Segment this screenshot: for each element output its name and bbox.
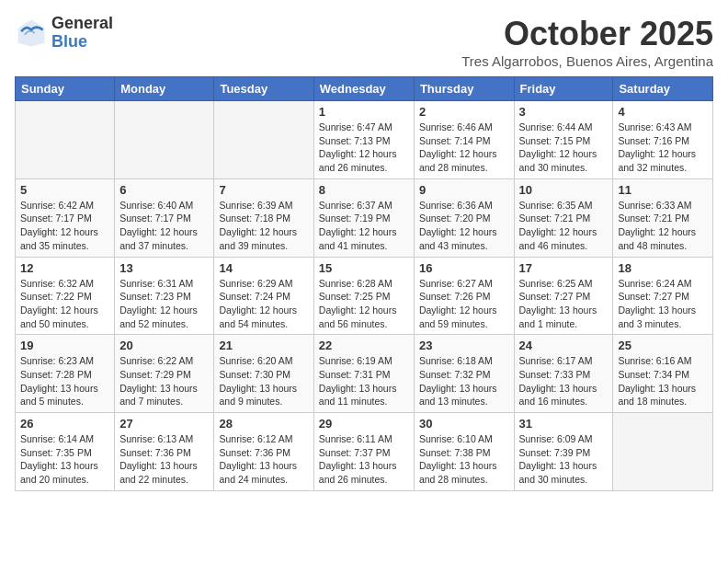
calendar-cell: 4Sunrise: 6:43 AM Sunset: 7:16 PM Daylig…: [613, 101, 713, 179]
calendar-cell: 7Sunrise: 6:39 AM Sunset: 7:18 PM Daylig…: [214, 178, 313, 257]
calendar-cell: 14Sunrise: 6:29 AM Sunset: 7:24 PM Dayli…: [214, 257, 313, 335]
calendar-cell: 24Sunrise: 6:17 AM Sunset: 7:33 PM Dayli…: [514, 335, 613, 413]
day-info: Sunrise: 6:12 AM Sunset: 7:36 PM Dayligh…: [219, 432, 308, 487]
day-info: Sunrise: 6:35 AM Sunset: 7:21 PM Dayligh…: [519, 199, 609, 253]
day-info: Sunrise: 6:23 AM Sunset: 7:28 PM Dayligh…: [20, 354, 109, 408]
day-number: 22: [319, 339, 409, 352]
calendar-cell: 19Sunrise: 6:23 AM Sunset: 7:28 PM Dayli…: [16, 335, 115, 413]
logo-blue: Blue: [51, 33, 113, 52]
day-number: 28: [219, 417, 308, 431]
calendar-cell: [115, 101, 214, 179]
calendar-cell: 27Sunrise: 6:13 AM Sunset: 7:36 PM Dayli…: [115, 413, 214, 491]
calendar-header-tuesday: Tuesday: [214, 77, 313, 101]
day-number: 6: [119, 183, 209, 197]
calendar-cell: [16, 101, 115, 179]
calendar-cell: 8Sunrise: 6:37 AM Sunset: 7:19 PM Daylig…: [313, 178, 414, 257]
calendar-header-saturday: Saturday: [613, 77, 713, 101]
day-number: 26: [20, 417, 109, 431]
logo-icon: [15, 17, 48, 50]
day-info: Sunrise: 6:17 AM Sunset: 7:33 PM Dayligh…: [519, 354, 609, 408]
day-info: Sunrise: 6:24 AM Sunset: 7:27 PM Dayligh…: [618, 277, 708, 331]
day-info: Sunrise: 6:47 AM Sunset: 7:13 PM Dayligh…: [319, 121, 409, 175]
calendar-header-thursday: Thursday: [414, 77, 514, 101]
day-number: 17: [519, 261, 609, 275]
day-number: 21: [219, 339, 308, 352]
calendar-cell: 1Sunrise: 6:47 AM Sunset: 7:13 PM Daylig…: [313, 101, 414, 179]
day-number: 7: [219, 183, 308, 197]
calendar-cell: 28Sunrise: 6:12 AM Sunset: 7:36 PM Dayli…: [214, 413, 313, 491]
day-number: 25: [618, 339, 708, 352]
day-info: Sunrise: 6:20 AM Sunset: 7:30 PM Dayligh…: [219, 354, 308, 408]
calendar-header-row: SundayMondayTuesdayWednesdayThursdayFrid…: [16, 77, 713, 101]
day-info: Sunrise: 6:10 AM Sunset: 7:38 PM Dayligh…: [419, 432, 509, 487]
calendar-cell: 29Sunrise: 6:11 AM Sunset: 7:37 PM Dayli…: [313, 413, 414, 491]
day-number: 13: [119, 261, 209, 275]
day-number: 1: [319, 105, 409, 119]
day-info: Sunrise: 6:13 AM Sunset: 7:36 PM Dayligh…: [119, 432, 209, 487]
calendar-cell: 17Sunrise: 6:25 AM Sunset: 7:27 PM Dayli…: [514, 257, 613, 335]
day-info: Sunrise: 6:14 AM Sunset: 7:35 PM Dayligh…: [20, 432, 109, 487]
day-number: 27: [119, 417, 209, 431]
day-info: Sunrise: 6:09 AM Sunset: 7:39 PM Dayligh…: [519, 432, 609, 487]
calendar-cell: 15Sunrise: 6:28 AM Sunset: 7:25 PM Dayli…: [313, 257, 414, 335]
day-info: Sunrise: 6:44 AM Sunset: 7:15 PM Dayligh…: [519, 121, 609, 175]
calendar-cell: 23Sunrise: 6:18 AM Sunset: 7:32 PM Dayli…: [414, 335, 514, 413]
day-info: Sunrise: 6:33 AM Sunset: 7:21 PM Dayligh…: [618, 199, 708, 253]
calendar-header-sunday: Sunday: [16, 77, 115, 101]
month-title: October 2025: [461, 15, 713, 53]
day-number: 9: [419, 183, 509, 197]
calendar-table: SundayMondayTuesdayWednesdayThursdayFrid…: [15, 76, 713, 491]
calendar-cell: 31Sunrise: 6:09 AM Sunset: 7:39 PM Dayli…: [514, 413, 613, 491]
day-info: Sunrise: 6:29 AM Sunset: 7:24 PM Dayligh…: [219, 277, 308, 331]
day-number: 14: [219, 261, 308, 275]
day-number: 4: [618, 105, 708, 119]
day-number: 29: [319, 417, 409, 431]
calendar-cell: 18Sunrise: 6:24 AM Sunset: 7:27 PM Dayli…: [613, 257, 713, 335]
calendar-cell: 6Sunrise: 6:40 AM Sunset: 7:17 PM Daylig…: [115, 178, 214, 257]
day-number: 19: [20, 339, 109, 352]
day-number: 10: [519, 183, 609, 197]
day-number: 8: [319, 183, 409, 197]
day-number: 18: [618, 261, 708, 275]
day-info: Sunrise: 6:37 AM Sunset: 7:19 PM Dayligh…: [319, 199, 409, 253]
day-number: 20: [119, 339, 209, 352]
calendar-cell: [214, 101, 313, 179]
day-number: 12: [20, 261, 109, 275]
day-info: Sunrise: 6:43 AM Sunset: 7:16 PM Dayligh…: [618, 121, 708, 175]
calendar-cell: 2Sunrise: 6:46 AM Sunset: 7:14 PM Daylig…: [414, 101, 514, 179]
title-area: October 2025 Tres Algarrobos, Buenos Air…: [461, 15, 713, 69]
day-info: Sunrise: 6:25 AM Sunset: 7:27 PM Dayligh…: [519, 277, 609, 331]
day-info: Sunrise: 6:36 AM Sunset: 7:20 PM Dayligh…: [419, 199, 509, 253]
day-number: 5: [20, 183, 109, 197]
day-info: Sunrise: 6:27 AM Sunset: 7:26 PM Dayligh…: [419, 277, 509, 331]
day-info: Sunrise: 6:32 AM Sunset: 7:22 PM Dayligh…: [20, 277, 109, 331]
logo-general: General: [51, 15, 113, 33]
calendar-week-row: 26Sunrise: 6:14 AM Sunset: 7:35 PM Dayli…: [16, 413, 713, 491]
day-info: Sunrise: 6:31 AM Sunset: 7:23 PM Dayligh…: [119, 277, 209, 331]
day-number: 11: [618, 183, 708, 197]
calendar-header-monday: Monday: [115, 77, 214, 101]
logo-text: General Blue: [51, 15, 113, 52]
day-info: Sunrise: 6:22 AM Sunset: 7:29 PM Dayligh…: [119, 354, 209, 408]
day-number: 30: [419, 417, 509, 431]
day-number: 2: [419, 105, 509, 119]
calendar-cell: 10Sunrise: 6:35 AM Sunset: 7:21 PM Dayli…: [514, 178, 613, 257]
day-info: Sunrise: 6:18 AM Sunset: 7:32 PM Dayligh…: [419, 354, 509, 408]
calendar-cell: 25Sunrise: 6:16 AM Sunset: 7:34 PM Dayli…: [613, 335, 713, 413]
day-number: 3: [519, 105, 609, 119]
calendar-week-row: 5Sunrise: 6:42 AM Sunset: 7:17 PM Daylig…: [16, 178, 713, 257]
day-info: Sunrise: 6:46 AM Sunset: 7:14 PM Dayligh…: [419, 121, 509, 175]
calendar-cell: [613, 413, 713, 491]
calendar-cell: 9Sunrise: 6:36 AM Sunset: 7:20 PM Daylig…: [414, 178, 514, 257]
day-info: Sunrise: 6:19 AM Sunset: 7:31 PM Dayligh…: [319, 354, 409, 408]
calendar-cell: 30Sunrise: 6:10 AM Sunset: 7:38 PM Dayli…: [414, 413, 514, 491]
calendar-cell: 21Sunrise: 6:20 AM Sunset: 7:30 PM Dayli…: [214, 335, 313, 413]
day-number: 16: [419, 261, 509, 275]
calendar-cell: 11Sunrise: 6:33 AM Sunset: 7:21 PM Dayli…: [613, 178, 713, 257]
calendar-week-row: 19Sunrise: 6:23 AM Sunset: 7:28 PM Dayli…: [16, 335, 713, 413]
calendar-cell: 13Sunrise: 6:31 AM Sunset: 7:23 PM Dayli…: [115, 257, 214, 335]
calendar-header-wednesday: Wednesday: [313, 77, 414, 101]
calendar-cell: 26Sunrise: 6:14 AM Sunset: 7:35 PM Dayli…: [16, 413, 115, 491]
day-number: 31: [519, 417, 609, 431]
day-info: Sunrise: 6:28 AM Sunset: 7:25 PM Dayligh…: [319, 277, 409, 331]
